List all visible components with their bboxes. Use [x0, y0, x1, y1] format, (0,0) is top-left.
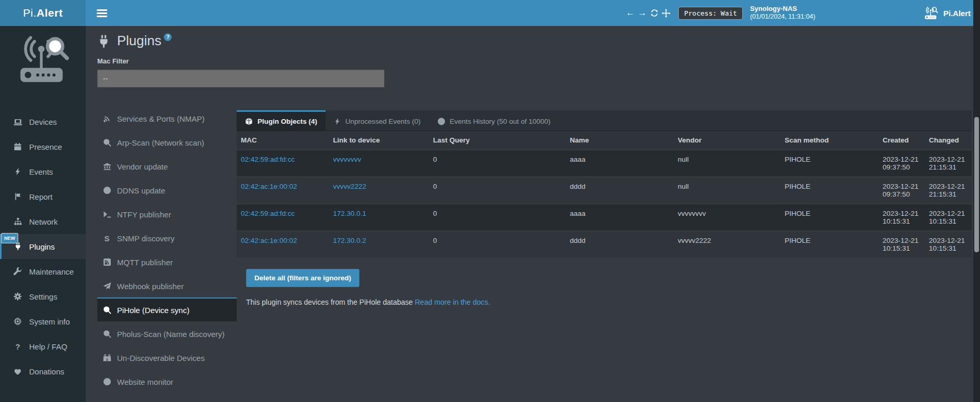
- plugin-nav-item-ntfy-publisher[interactable]: NTFY publisher: [97, 202, 237, 226]
- mac-link[interactable]: 02:42:59:ad:fd:cc: [241, 155, 295, 163]
- plugin-nav-item-website-monitor[interactable]: Website monitor: [97, 369, 237, 393]
- mac-link[interactable]: 02:42:ac:1e:00:02: [241, 237, 297, 244]
- globe-icon: [102, 186, 112, 194]
- plugin-nav-item-undiscoverable-devices[interactable]: Un-Discoverable Devices: [97, 345, 237, 369]
- sidebar-item-label: Report: [29, 192, 53, 201]
- question-icon: ?: [13, 343, 22, 351]
- sidebar-item-network[interactable]: Network: [0, 209, 86, 234]
- gear-icon: [13, 292, 22, 301]
- column-header-vendor: Vendor: [674, 131, 780, 150]
- app-logo[interactable]: Pi.Alert: [0, 0, 86, 26]
- cell-last-query: 0: [429, 204, 565, 231]
- device-link[interactable]: 172.30.0.2: [333, 237, 366, 244]
- cell-changed: 2023-12-21 21:15:31: [925, 150, 972, 177]
- device-link[interactable]: 172.30.0.1: [333, 210, 366, 217]
- brand-prefix: Pi.: [23, 7, 36, 19]
- plug-icon: [97, 35, 110, 50]
- tab-events-history[interactable]: Events History (50 out of 10000): [429, 110, 559, 131]
- plugin-nav: Services & Ports (NMAP) Arp-Scan (Networ…: [97, 106, 237, 393]
- cell-mac: 02:42:ac:1e:00:02: [237, 177, 329, 204]
- binoculars-icon: [102, 354, 112, 362]
- plugin-nav-label: SNMP discovery: [117, 234, 175, 243]
- plugin-panel: Plugin Objects (4) Unprocessed Events (0…: [237, 110, 972, 306]
- sidebar-toggle-button[interactable]: [97, 9, 107, 17]
- docs-link[interactable]: Read more in the docs.: [415, 298, 491, 306]
- cell-vendor: null: [674, 177, 780, 204]
- cell-name: aaaa: [566, 150, 674, 177]
- cell-last-query: 0: [429, 177, 565, 204]
- navbar-controls: ← → Process: Wait Synology-NAS (01/01/20…: [624, 5, 971, 21]
- column-header-created: Created: [879, 131, 925, 150]
- table-header-row: MAC Link to device Last Query Name Vendo…: [237, 131, 972, 150]
- sidebar-item-label: Help / FAQ: [29, 342, 67, 351]
- router-scan-logo: [15, 34, 72, 86]
- column-header-last-query: Last Query: [429, 131, 565, 150]
- cell-changed: 2023-12-21 10:15:31: [925, 204, 972, 231]
- plugin-nav-item-vendor-update[interactable]: Vendor update: [97, 154, 237, 178]
- sidebar-item-report[interactable]: Report: [0, 184, 86, 209]
- chip-icon: [13, 317, 22, 326]
- plugin-nav-item-webhook-publisher[interactable]: Webhook publisher: [97, 274, 237, 297]
- tab-label: Unprocessed Events (0): [345, 118, 421, 125]
- device-link[interactable]: vvvvv2222: [333, 183, 366, 190]
- mac-link[interactable]: 02:42:59:ad:fd:cc: [241, 210, 295, 217]
- plugin-nav-label: Arp-Scan (Network scan): [117, 138, 204, 147]
- tab-plugin-objects[interactable]: Plugin Objects (4): [237, 110, 326, 131]
- heart-icon: [13, 368, 22, 375]
- tab-unprocessed-events[interactable]: Unprocessed Events (0): [326, 110, 429, 131]
- table-row: 02:42:ac:1e:00:02 172.30.0.2 0 dddd vvvv…: [237, 231, 972, 257]
- sidebar-item-system-info[interactable]: System info: [0, 309, 86, 334]
- mac-link[interactable]: 02:42:ac:1e:00:02: [241, 183, 297, 190]
- page-title: Plugins: [117, 33, 161, 49]
- cell-scan-method: PIHOLE: [781, 204, 879, 231]
- sidebar-item-presence[interactable]: Presence: [0, 134, 86, 159]
- cell-created: 2023-12-21 09:37:50: [879, 150, 925, 177]
- plugin-nav-item-services-ports[interactable]: Services & Ports (NMAP): [97, 106, 237, 130]
- nav-forward-icon[interactable]: →: [636, 5, 648, 21]
- sidebar-item-maintenance[interactable]: Maintenance: [0, 259, 86, 284]
- paper-plane-icon: [102, 282, 112, 290]
- cell-scan-method: PIHOLE: [781, 177, 879, 204]
- top-navbar: Pi.Alert ← → Process: Wait Synology-NAS …: [0, 0, 980, 26]
- cell-last-query: 0: [429, 150, 565, 177]
- scrollbar-thumb[interactable]: [974, 117, 979, 252]
- nav-back-icon[interactable]: ←: [624, 5, 636, 21]
- cell-name: dddd: [566, 177, 674, 204]
- cell-created: 2023-12-21 10:15:31: [879, 204, 925, 231]
- move-icon[interactable]: [660, 5, 672, 21]
- plugin-nav-item-mqtt-publisher[interactable]: MQTT publisher: [97, 250, 237, 274]
- cell-changed: 2023-12-21 21:15:31: [925, 177, 972, 204]
- help-badge[interactable]: ?: [164, 33, 172, 41]
- search-icon: [102, 330, 112, 338]
- cell-mac: 02:42:59:ad:fd:cc: [237, 204, 329, 231]
- mac-filter-input[interactable]: [97, 70, 384, 87]
- plugin-nav-item-pihole-device-sync[interactable]: PiHole (Device sync): [97, 297, 237, 321]
- bank-icon: [102, 162, 112, 171]
- plugin-nav-label: NTFY publisher: [117, 210, 171, 219]
- plugin-nav-item-pholus-scan[interactable]: Pholus-Scan (Name discovery): [97, 321, 237, 345]
- plugin-description-text: This plugin syncs devices from the PiHol…: [246, 298, 413, 306]
- sidebar-item-label: Settings: [29, 292, 57, 301]
- globe-icon: [102, 378, 112, 386]
- device-link[interactable]: vvvvvvvv: [333, 155, 361, 163]
- plugin-objects-table: MAC Link to device Last Query Name Vendo…: [237, 131, 972, 257]
- flag-icon: [13, 192, 22, 201]
- plugin-nav-item-arp-scan[interactable]: Arp-Scan (Network scan): [97, 130, 237, 154]
- cell-scan-method: PIHOLE: [781, 231, 879, 257]
- sidebar-item-label: Network: [29, 217, 58, 226]
- new-feature-badge: NEW: [1, 233, 18, 243]
- sidebar-item-settings[interactable]: Settings: [0, 284, 86, 309]
- page-header: Plugins ?: [86, 26, 980, 50]
- sidebar-item-events[interactable]: Events: [0, 159, 86, 184]
- sidebar-item-label: Presence: [29, 142, 62, 151]
- sidebar-item-devices[interactable]: Devices: [0, 109, 86, 134]
- sidebar-item-donations[interactable]: Donations: [0, 359, 86, 384]
- plugin-nav-item-snmp-discovery[interactable]: S SNMP discovery: [97, 226, 237, 250]
- clock-icon: [437, 118, 445, 125]
- refresh-icon[interactable]: [648, 5, 660, 21]
- sidebar-item-help-faq[interactable]: ? Help / FAQ: [0, 334, 86, 359]
- terminal-icon: [102, 210, 112, 218]
- plugin-nav-item-ddns-update[interactable]: DDNS update: [97, 178, 237, 202]
- delete-all-button[interactable]: Delete all (filters are ignored): [246, 269, 359, 287]
- table-row: 02:42:ac:1e:00:02 vvvvv2222 0 dddd null …: [237, 177, 972, 204]
